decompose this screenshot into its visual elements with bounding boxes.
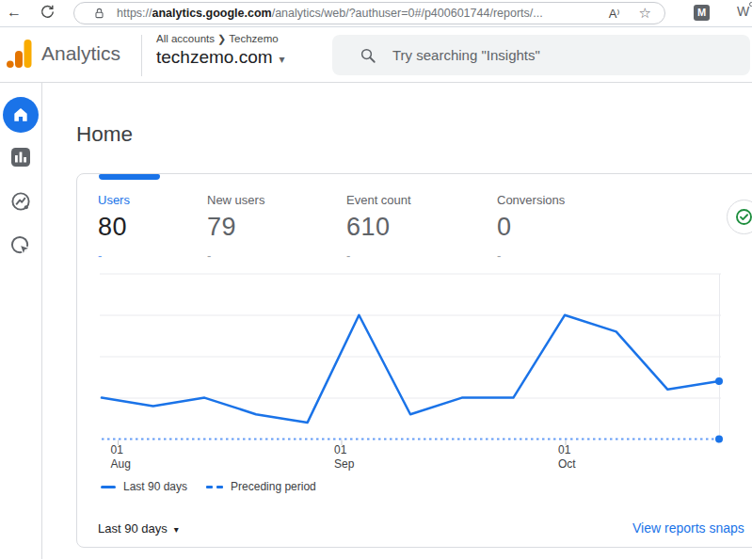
dashed-line-swatch-icon (206, 486, 223, 488)
browser-toolbar: ← https://analytics.google.com/analytics… (0, 0, 752, 27)
sidebar-item-explore[interactable] (10, 191, 32, 216)
explore-icon (10, 191, 32, 213)
legend-label: Last 90 days (123, 480, 187, 493)
favorite-star-icon[interactable]: ☆ (639, 5, 651, 22)
legend-item-preceding-period: Preceding period (206, 480, 316, 493)
overview-card: Users 80 - New users 79 - Event count 61… (76, 173, 752, 548)
sidebar-item-advertising[interactable] (10, 235, 32, 261)
metric-value: 610 (346, 213, 411, 242)
x-tick-aug-day: 01 (111, 443, 124, 456)
main-content: Home Users 80 - New users 79 - Event cou… (42, 83, 752, 559)
metric-value: 79 (207, 213, 264, 242)
metric-tab-conversions[interactable]: Conversions 0 - (497, 193, 565, 263)
brand-name: Analytics (41, 42, 120, 65)
analytics-header: Analytics All accounts❯Techzemo techzemo… (0, 27, 752, 83)
metric-tab-new-users[interactable]: New users 79 - (207, 193, 264, 263)
active-tab-indicator (99, 174, 160, 180)
url-text: https://analytics.google.com/analytics/w… (117, 7, 609, 20)
trend-chart: 01 Aug 01 Sep 01 Oct (77, 268, 752, 471)
last-90-days-line (102, 315, 719, 423)
caret-down-icon: ▾ (174, 524, 179, 535)
lock-icon (93, 7, 105, 20)
metric-tab-event-count[interactable]: Event count 610 - (346, 193, 411, 263)
chevron-right-icon: ❯ (215, 33, 229, 44)
search-input[interactable]: Try searching "Insights" (332, 35, 750, 75)
extension-m-icon[interactable]: M (694, 5, 710, 21)
legend-label: Preceding period (231, 480, 316, 493)
page-title: Home (76, 122, 133, 147)
browser-refresh-icon[interactable] (40, 4, 56, 20)
search-placeholder: Try searching "Insights" (392, 47, 540, 63)
legend-item-last-90-days: Last 90 days (101, 480, 187, 493)
last-90-days-endpoint (715, 377, 723, 385)
sidebar-item-reports[interactable] (10, 147, 31, 171)
metric-delta: - (207, 248, 264, 263)
metric-delta: - (346, 248, 411, 263)
header-divider (141, 35, 142, 76)
preceding-period-endpoint (715, 436, 723, 443)
metric-delta: - (497, 248, 565, 263)
metric-label: Event count (346, 193, 411, 207)
sidebar-item-home[interactable] (3, 97, 39, 133)
metric-label: Users (98, 193, 130, 207)
bar-chart-icon (10, 147, 31, 168)
property-selector[interactable]: techzemo.com▾ (156, 47, 285, 68)
x-tick-sep-day: 01 (334, 443, 347, 456)
x-tick-oct-day: 01 (558, 443, 571, 456)
view-reports-snapshot-link[interactable]: View reports snaps (632, 520, 744, 536)
metric-label: Conversions (497, 193, 565, 207)
x-tick-sep-month: Sep (334, 457, 355, 471)
home-icon (11, 105, 30, 124)
browser-back-icon[interactable]: ← (5, 3, 24, 22)
metric-tab-users[interactable]: Users 80 - (98, 193, 130, 263)
analytics-logo-icon (7, 38, 32, 70)
advertising-target-icon (10, 235, 32, 257)
metric-value: 0 (497, 213, 565, 242)
url-domain: analytics.google.com (152, 7, 272, 20)
account-switcher[interactable]: All accounts❯Techzemo techzemo.com▾ (156, 33, 285, 68)
date-range-dropdown[interactable]: Last 90 days▾ (98, 521, 179, 536)
realtime-status-badge[interactable] (727, 200, 752, 234)
metric-value: 80 (98, 213, 130, 242)
search-icon (360, 47, 376, 64)
check-circle-icon (735, 208, 752, 226)
address-bar[interactable]: https://analytics.google.com/analytics/w… (73, 2, 665, 24)
nav-sidebar (0, 83, 42, 559)
metric-delta: - (98, 248, 130, 263)
x-tick-oct-month: Oct (558, 457, 576, 471)
breadcrumb: All accounts❯Techzemo (156, 33, 285, 45)
extension-w-icon[interactable]: W (737, 4, 749, 19)
read-aloud-icon[interactable]: A⁾ (609, 7, 620, 21)
url-path: /analytics/web/?authuser=0#/p400601744/r… (272, 7, 543, 20)
x-tick-aug-month: Aug (111, 457, 131, 471)
solid-line-swatch-icon (101, 486, 116, 488)
metric-label: New users (207, 193, 264, 207)
chevron-down-icon: ▾ (280, 53, 285, 66)
url-scheme: https:// (117, 7, 152, 20)
chart-legend: Last 90 days Preceding period (101, 480, 326, 493)
